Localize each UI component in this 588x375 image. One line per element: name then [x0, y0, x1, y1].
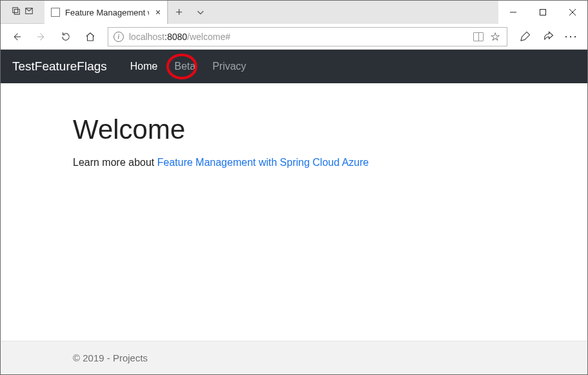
nav-privacy[interactable]: Privacy [211, 58, 247, 75]
recent-activity-icon[interactable] [24, 6, 34, 18]
site-info-icon[interactable]: i [113, 32, 124, 42]
page-title: Welcome [73, 114, 511, 145]
browser-tab-active[interactable]: Feature Management w × [44, 1, 168, 24]
window-app-icons [1, 1, 44, 24]
window-close-button[interactable] [558, 1, 587, 24]
url-host: localhost [129, 32, 164, 42]
lead-link[interactable]: Feature Management with Spring Cloud Azu… [157, 157, 369, 168]
window-maximize-button[interactable] [528, 1, 558, 24]
app-brand[interactable]: TestFeatureFlags [12, 59, 107, 74]
url-text: localhost:8080/welcome# [129, 32, 230, 42]
nav-refresh-button[interactable] [55, 26, 77, 48]
nav-home-button[interactable] [79, 26, 101, 48]
lead-text: Learn more about [73, 157, 157, 168]
app-navbar: TestFeatureFlags Home Beta Privacy [1, 50, 587, 83]
page-lead: Learn more about Feature Management with… [73, 157, 511, 168]
tab-actions-dropdown-icon[interactable] [190, 1, 211, 24]
page-footer: © 2019 - Projects [1, 341, 587, 374]
share-icon[interactable] [537, 26, 559, 48]
window-minimize-button[interactable] [498, 1, 528, 24]
url-port: :8080 [164, 32, 187, 42]
cascade-windows-icon[interactable] [12, 6, 21, 18]
reading-view-icon[interactable] [473, 32, 484, 41]
window-controls [498, 1, 587, 24]
new-tab-button[interactable]: + [168, 1, 190, 24]
nav-home[interactable]: Home [129, 58, 159, 75]
tab-title: Feature Management w [65, 8, 149, 17]
notes-icon[interactable] [514, 26, 536, 48]
svg-rect-4 [540, 10, 546, 15]
page-content: Welcome Learn more about Feature Managem… [1, 83, 587, 168]
toolbar-right: ··· [514, 26, 582, 48]
favorite-star-icon[interactable]: ☆ [489, 30, 502, 44]
window-titlebar: Feature Management w × + [1, 1, 587, 24]
page-favicon-icon [51, 8, 60, 17]
svg-rect-0 [13, 7, 18, 12]
browser-toolbar: i localhost:8080/welcome# ☆ ··· [1, 24, 587, 50]
more-menu-icon[interactable]: ··· [560, 30, 582, 43]
svg-rect-1 [14, 9, 19, 14]
url-path: /welcome# [187, 32, 230, 42]
footer-text: © 2019 - Projects [73, 352, 148, 363]
address-bar[interactable]: i localhost:8080/welcome# ☆ [108, 27, 507, 46]
nav-back-button[interactable] [6, 26, 28, 48]
nav-forward-button[interactable] [30, 26, 52, 48]
tab-close-icon[interactable]: × [154, 7, 162, 17]
nav-beta[interactable]: Beta [173, 58, 197, 74]
